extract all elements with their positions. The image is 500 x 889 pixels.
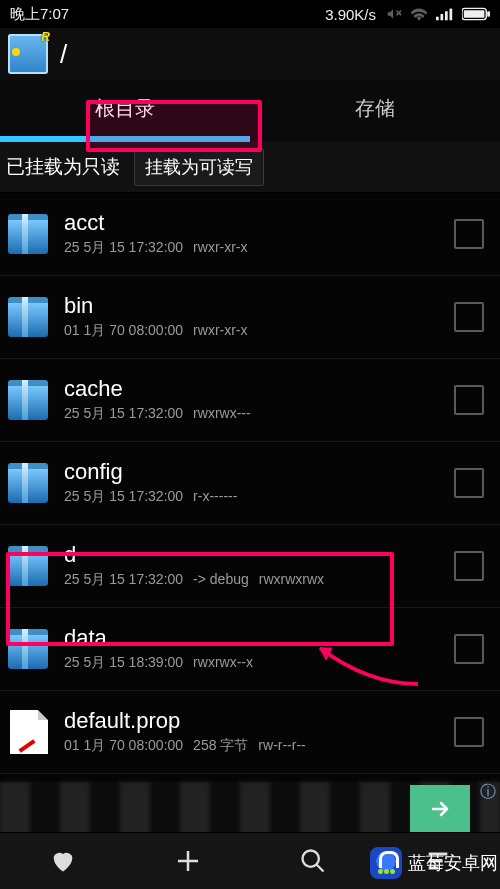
arrow-right-icon xyxy=(428,797,452,821)
folder-icon xyxy=(8,297,48,337)
file-name: cache xyxy=(64,377,442,401)
file-meta: 25 5月 15 17:32:00r-x------ xyxy=(64,488,442,506)
folder-icon xyxy=(8,214,48,254)
search-icon xyxy=(299,847,327,875)
status-bar: 晚上7:07 3.90K/s xyxy=(0,0,500,28)
row-checkbox[interactable] xyxy=(454,468,484,498)
tab-root[interactable]: 根目录 xyxy=(0,80,250,142)
row-checkbox[interactable] xyxy=(454,302,484,332)
menu-lines-icon xyxy=(424,847,452,875)
battery-icon xyxy=(462,7,490,21)
folder-icon xyxy=(8,380,48,420)
row-checkbox[interactable] xyxy=(454,634,484,664)
ad-banner[interactable]: ⓘ xyxy=(0,782,500,836)
folder-icon xyxy=(8,546,48,586)
mount-readonly-label: 已挂载为只读 xyxy=(0,154,126,180)
file-meta: 25 5月 15 17:32:00-> debugrwxrwxrwx xyxy=(64,571,442,589)
file-meta: 01 1月 70 08:00:00258 字节rw-r--r-- xyxy=(64,737,442,755)
file-meta: 25 5月 15 17:32:00rwxrwx--- xyxy=(64,405,442,423)
list-item[interactable]: acct 25 5月 15 17:32:00rwxr-xr-x xyxy=(0,193,500,276)
folder-icon xyxy=(8,629,48,669)
file-list: acct 25 5月 15 17:32:00rwxr-xr-x bin 01 1… xyxy=(0,193,500,839)
toolbar-add-button[interactable] xyxy=(125,833,250,889)
list-item[interactable]: d 25 5月 15 17:32:00-> debugrwxrwxrwx xyxy=(0,525,500,608)
signal-icon xyxy=(436,7,454,21)
toolbar-search-button[interactable] xyxy=(250,833,375,889)
row-checkbox[interactable] xyxy=(454,551,484,581)
svg-rect-2 xyxy=(445,11,448,20)
toolbar-more-button[interactable] xyxy=(375,833,500,889)
wifi-icon xyxy=(410,7,428,21)
svg-rect-3 xyxy=(450,9,453,21)
svg-point-8 xyxy=(302,851,318,867)
row-checkbox[interactable] xyxy=(454,219,484,249)
list-item[interactable]: data 25 5月 15 18:39:00rwxrwx--x xyxy=(0,608,500,691)
tab-bar: 根目录 存储 xyxy=(0,80,500,142)
folder-icon xyxy=(8,463,48,503)
mount-status-row: 已挂载为只读 挂载为可读写 xyxy=(0,142,500,193)
status-netspeed: 3.90K/s xyxy=(325,6,376,23)
current-path[interactable]: / xyxy=(60,39,67,70)
list-item[interactable]: default.prop 01 1月 70 08:00:00258 字节rw-r… xyxy=(0,691,500,774)
ad-action-button[interactable] xyxy=(410,785,470,833)
file-meta: 25 5月 15 18:39:00rwxrwx--x xyxy=(64,654,442,672)
row-checkbox[interactable] xyxy=(454,717,484,747)
file-meta: 01 1月 70 08:00:00rwxr-xr-x xyxy=(64,322,442,340)
file-icon xyxy=(10,710,48,754)
file-name: config xyxy=(64,460,442,484)
tab-storage[interactable]: 存储 xyxy=(250,80,500,142)
svg-rect-6 xyxy=(487,11,490,17)
heart-icon xyxy=(49,847,77,875)
list-item[interactable]: bin 01 1月 70 08:00:00rwxr-xr-x xyxy=(0,276,500,359)
file-name: bin xyxy=(64,294,442,318)
toolbar-favorite-button[interactable] xyxy=(0,833,125,889)
file-name: acct xyxy=(64,211,442,235)
ad-info-icon[interactable]: ⓘ xyxy=(480,784,496,800)
mute-icon xyxy=(384,7,402,21)
app-title-bar: / xyxy=(0,28,500,80)
status-time: 晚上7:07 xyxy=(10,5,69,24)
list-item[interactable]: cache 25 5月 15 17:32:00rwxrwx--- xyxy=(0,359,500,442)
list-item[interactable]: config 25 5月 15 17:32:00r-x------ xyxy=(0,442,500,525)
plus-icon xyxy=(173,846,203,876)
svg-rect-5 xyxy=(464,10,485,17)
bottom-toolbar xyxy=(0,832,500,889)
file-name: default.prop xyxy=(64,709,442,733)
svg-rect-1 xyxy=(441,14,444,20)
file-name: data xyxy=(64,626,442,650)
svg-rect-0 xyxy=(436,17,439,21)
app-icon[interactable] xyxy=(8,34,48,74)
file-name: d xyxy=(64,543,442,567)
row-checkbox[interactable] xyxy=(454,385,484,415)
mount-rw-button[interactable]: 挂载为可读写 xyxy=(134,148,264,186)
file-meta: 25 5月 15 17:32:00rwxr-xr-x xyxy=(64,239,442,257)
